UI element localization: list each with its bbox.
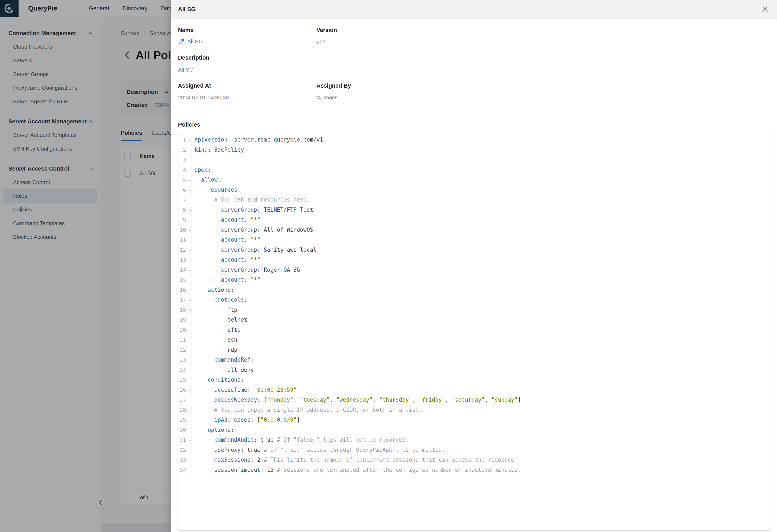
line-gutter: 8⌄ — [179, 205, 192, 215]
code-text: protocols: — [192, 295, 771, 305]
code-line: 19 - telnet — [179, 315, 771, 325]
line-gutter: 26⌄ — [179, 385, 192, 395]
line-number: 17 — [180, 295, 186, 305]
code-line: 11 account: "*" — [179, 235, 771, 245]
policy-detail-drawer: All SG Name All SG — [171, 0, 777, 532]
line-number: 28 — [180, 405, 186, 415]
code-line: 3 — [179, 155, 771, 165]
field-label-version: Version — [316, 27, 337, 33]
code-line: 24 - all deny — [179, 365, 771, 375]
line-number: 9 — [183, 215, 186, 225]
close-icon — [761, 6, 769, 13]
code-line: 16 actions: — [179, 285, 771, 295]
line-gutter: 2 — [179, 145, 192, 155]
line-gutter: 34 — [179, 465, 192, 475]
fold-chevron-icon[interactable]: ⌄ — [188, 308, 192, 312]
drawer-header: All SG — [171, 0, 777, 19]
fold-chevron-icon[interactable]: ⌄ — [188, 268, 192, 272]
code-text: - ssh — [192, 335, 771, 345]
assigned-at-value: 2024-07-31 14:30:38 — [178, 94, 229, 101]
line-number: 29 — [180, 415, 186, 425]
code-text: # You can input a single IP address, a C… — [192, 405, 771, 415]
app-window: QueryPie GeneralDiscoveryDatabases Conne… — [0, 0, 777, 532]
line-gutter: 10⌄ — [179, 225, 192, 235]
line-gutter: 27 — [179, 395, 192, 405]
code-line: 30 options: — [179, 425, 771, 435]
code-line: 7 # You can add resources here." — [179, 195, 771, 205]
line-gutter: 3 — [179, 155, 192, 165]
code-text: - serverGroup: All of WindowOS — [192, 225, 771, 235]
line-number: 5 — [183, 175, 186, 185]
code-text: commandsRef: — [192, 355, 771, 365]
line-number: 20 — [180, 325, 186, 335]
line-number: 15 — [180, 275, 186, 285]
code-text: ipAddresses: ["0.0.0.0/0"] — [192, 415, 771, 425]
line-number: 27 — [180, 395, 186, 405]
code-text: maxSessions: 2 # This limits the number … — [192, 455, 771, 465]
code-line: 20 - sftp — [179, 325, 771, 335]
line-number: 34 — [180, 465, 186, 475]
field-label-assigned-by: Assigned By — [316, 83, 351, 89]
close-button[interactable] — [760, 4, 770, 14]
line-gutter: 16 — [179, 285, 192, 295]
code-text: accessWeekday: ["monday", "tuesday", "we… — [192, 395, 771, 405]
line-gutter: 33 — [179, 455, 192, 465]
code-line: 31⌄ commandAudit: true # If "false," log… — [179, 435, 771, 445]
code-text: actions: — [192, 285, 771, 295]
policy-link[interactable]: All SG — [178, 38, 203, 45]
code-text: - serverGroup: Sanity_aws_local — [192, 245, 771, 255]
fold-chevron-icon[interactable]: ⌄ — [188, 208, 192, 212]
line-gutter: 14⌄ — [179, 265, 192, 275]
code-line: 21 - ssh — [179, 335, 771, 345]
code-text: - serverGroup: TELNET/FTP Test — [192, 205, 771, 215]
line-number: 10 — [180, 225, 186, 235]
line-number: 31 — [180, 435, 186, 445]
code-line: 1⌄apiVersion: server.rbac.querypie.com/v… — [179, 135, 771, 145]
code-line: 10⌄ - serverGroup: All of WindowOS — [179, 225, 771, 235]
code-text: apiVersion: server.rbac.querypie.com/v1 — [192, 135, 771, 145]
fold-chevron-icon[interactable]: ⌄ — [188, 178, 192, 182]
fold-chevron-icon[interactable]: ⌄ — [188, 438, 192, 442]
line-number: 21 — [180, 335, 186, 345]
code-line: 5⌄ allow: — [179, 175, 771, 185]
fold-chevron-icon[interactable]: ⌄ — [188, 388, 192, 392]
fold-chevron-icon[interactable]: ⌄ — [188, 228, 192, 232]
code-line: 13 account: "*" — [179, 255, 771, 265]
line-number: 16 — [180, 285, 186, 295]
fold-chevron-icon[interactable]: ⌄ — [188, 138, 192, 142]
code-line: 22 - rdp — [179, 345, 771, 355]
line-gutter: 15 — [179, 275, 192, 285]
code-line: 32 useProxy: true # If "true," access th… — [179, 445, 771, 455]
line-gutter: 18⌄ — [179, 305, 192, 315]
fold-chevron-icon[interactable]: ⌄ — [188, 298, 192, 302]
line-number: 33 — [180, 455, 186, 465]
line-number: 7 — [183, 195, 186, 205]
line-gutter: 22 — [179, 345, 192, 355]
line-number: 13 — [180, 255, 186, 265]
code-line: 6⌄ resources: — [179, 185, 771, 195]
line-number: 25 — [180, 375, 186, 385]
line-number: 3 — [183, 155, 186, 165]
code-text: sessionTimeout: 15 # Sessions are termin… — [192, 465, 771, 475]
line-number: 26 — [180, 385, 186, 395]
line-gutter: 6⌄ — [179, 185, 192, 195]
line-gutter: 9 — [179, 215, 192, 225]
code-text: account: "*" — [192, 255, 771, 265]
line-number: 30 — [180, 425, 186, 435]
policy-yaml-editor[interactable]: 1⌄apiVersion: server.rbac.querypie.com/v… — [178, 133, 771, 531]
code-text: options: — [192, 425, 771, 435]
policies-section-heading: Policies — [178, 121, 200, 128]
line-number: 11 — [180, 235, 186, 245]
fold-chevron-icon[interactable]: ⌄ — [188, 188, 192, 192]
drawer-title: All SG — [178, 0, 196, 18]
code-text: - all deny — [192, 365, 771, 375]
fold-chevron-icon[interactable]: ⌄ — [188, 248, 192, 252]
code-line: 25 conditions: — [179, 375, 771, 385]
line-number: 23 — [180, 355, 186, 365]
line-gutter: 4 — [179, 165, 192, 175]
line-gutter: 7 — [179, 195, 192, 205]
code-line: 2kind: SacPolicy — [179, 145, 771, 155]
line-number: 2 — [183, 145, 186, 155]
code-line: 26⌄ accessTime: "00:00-23:59" — [179, 385, 771, 395]
line-gutter: 31⌄ — [179, 435, 192, 445]
